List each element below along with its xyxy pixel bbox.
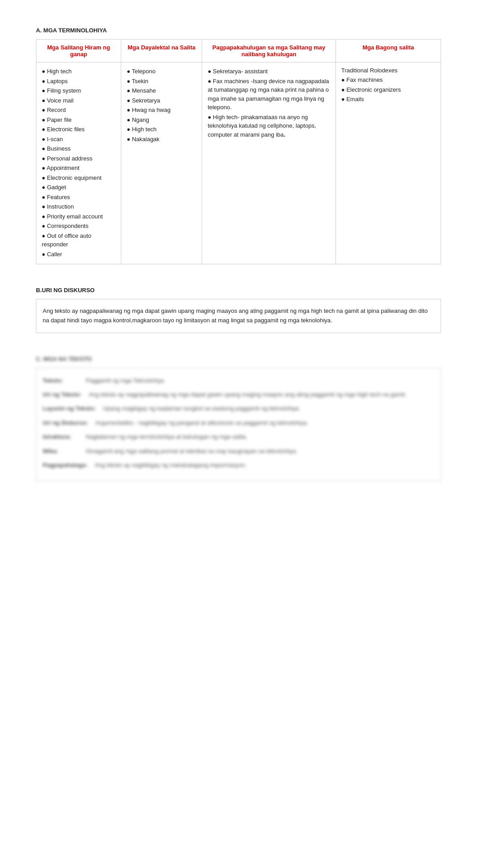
blur-row-2: Uri ng Teksto: Ang teksto ay nagpapaliwa… (43, 389, 434, 400)
list-item: Emails (341, 95, 435, 104)
blur-content: Ginagamit ang mga salitang pormal at tek… (86, 446, 434, 456)
diskurso-content: Ang teksto ay nagpapaliwanag ng mga dapa… (43, 307, 428, 324)
blur-label: Istraktura: (43, 432, 79, 442)
header-col3: Pagpapakahulugan sa mga Salitang may nai… (202, 40, 336, 62)
list-item: Laptops (42, 77, 115, 86)
blur-content: Paggamit ng mga Teknolohiya (86, 375, 434, 386)
vocab-table: Mga Salitang Hiram ng ganap Mga Dayalekt… (36, 39, 441, 264)
blur-content: Ang teksto ay nagpapaliwanag ng mga dapa… (88, 389, 434, 400)
col4-list: Fax machines Electronic organizers Email… (341, 76, 435, 104)
list-item: Voice mail (42, 96, 115, 105)
blur-content: Upang magbigay ng kaalaman tungkol sa wa… (103, 403, 434, 414)
list-item: Instruction (42, 202, 115, 211)
col2-cell: Telepono Tsekin Mensahe Sekretarya Hwag … (121, 62, 202, 264)
blur-content: Argumentatibo - nagbibigay ng pangaral a… (95, 418, 434, 428)
blur-content: Ang teksto ay nagbibigay ng mahahalagang… (95, 460, 434, 470)
blur-label: Teksto: (43, 375, 79, 386)
blur-label: Layunin ng Teksto: (43, 403, 96, 414)
list-item: Appointment (42, 164, 115, 173)
list-item: Filing system (42, 86, 115, 95)
list-item: Business (42, 144, 115, 153)
col3-list: Sekretarya- assistant Fax machines -Isan… (208, 67, 330, 139)
list-item: Out of office auto responder (42, 231, 115, 249)
list-item: Telepono (127, 67, 196, 76)
list-item: Priority email account (42, 212, 115, 221)
section-c: C. MGA NA TEKSTO Teksto: Paggamit ng mga… (36, 356, 441, 482)
blur-label: Uri ng Diskurso: (43, 418, 88, 428)
list-item: Caller (42, 250, 115, 259)
list-item: I-scan (42, 135, 115, 144)
section-c-box: Teksto: Paggamit ng mga Teknolohiya Uri … (36, 368, 441, 482)
header-col1: Mga Salitang Hiram ng ganap (36, 40, 121, 62)
list-item: Fax machines -Isang device na nagpapadal… (208, 77, 330, 112)
list-item: Features (42, 193, 115, 202)
list-item: Fax machines (341, 76, 435, 85)
list-item: Sekretarya (127, 96, 196, 105)
list-item: Electronic organizers (341, 85, 435, 94)
list-item: Personal address (42, 154, 115, 163)
section-c-title: C. MGA NA TEKSTO (36, 356, 441, 362)
list-item: High tech (127, 125, 196, 134)
blur-row-4: Uri ng Diskurso: Argumentatibo - nagbibi… (43, 418, 434, 428)
blur-row-7: Pagpapahalaga: Ang teksto ay nagbibigay … (43, 460, 434, 470)
section-b-title: B.URI NG DISKURSO (36, 287, 441, 294)
list-item: Ngang (127, 116, 196, 125)
blur-row-5: Istraktura: Naglalaman ng mga terminoloh… (43, 432, 434, 442)
col2-list: Telepono Tsekin Mensahe Sekretarya Hwag … (127, 67, 196, 143)
col1-list: High tech Laptops Filing system Voice ma… (42, 67, 115, 258)
list-item: Nakalagak (127, 135, 196, 144)
col4-first: Traditional Rolodexes (341, 67, 435, 74)
list-item: Sekretarya- assistant (208, 67, 330, 76)
list-item: Record (42, 106, 115, 115)
list-item: Tsekin (127, 77, 196, 86)
section-a: A. MGA TERMINOLOHIYA Mga Salitang Hiram … (36, 27, 441, 264)
list-item: High tech- pinakamataas na anyo ng tekno… (208, 113, 330, 139)
list-item: Correspondents (42, 222, 115, 231)
blur-label: Wika: (43, 446, 79, 456)
col3-cell: Sekretarya- assistant Fax machines -Isan… (202, 62, 336, 264)
blur-row-1: Teksto: Paggamit ng mga Teknolohiya (43, 375, 434, 386)
blur-content: Naglalaman ng mga terminolohiya at kahul… (86, 432, 434, 442)
list-item: Electronic equipment (42, 174, 115, 183)
header-col2: Mga Dayalektal na Salita (121, 40, 202, 62)
list-item: Paper file (42, 116, 115, 125)
col4-cell: Traditional Rolodexes Fax machines Elect… (336, 62, 441, 264)
section-a-title: A. MGA TERMINOLOHIYA (36, 27, 441, 34)
blur-label: Pagpapahalaga: (43, 460, 88, 470)
blur-label: Uri ng Teksto: (43, 389, 81, 400)
section-b: B.URI NG DISKURSO Ang teksto ay nagpapal… (36, 287, 441, 333)
header-col4: Mga Bagong salita (336, 40, 441, 62)
list-item: Mensahe (127, 86, 196, 95)
list-item: Hwag na hwag (127, 106, 196, 115)
blur-row-3: Layunin ng Teksto: Upang magbigay ng kaa… (43, 403, 434, 414)
diskurso-box: Ang teksto ay nagpapaliwanag ng mga dapa… (36, 299, 441, 333)
list-item: Gadget (42, 183, 115, 192)
blur-row-6: Wika: Ginagamit ang mga salitang pormal … (43, 446, 434, 456)
list-item: High tech (42, 67, 115, 76)
list-item: Electronic files (42, 125, 115, 134)
col1-cell: High tech Laptops Filing system Voice ma… (36, 62, 121, 264)
